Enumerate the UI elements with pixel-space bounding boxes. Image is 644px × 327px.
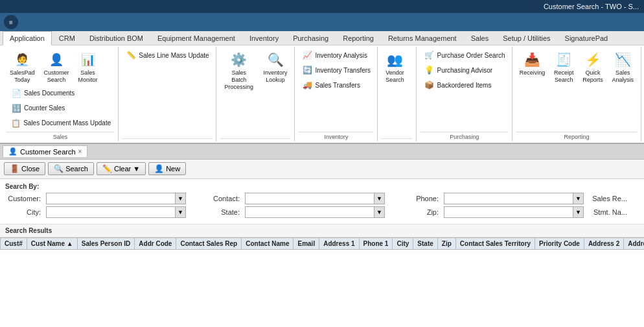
- customer-search-button[interactable]: 👤 CustomerSearch: [41, 48, 73, 86]
- ribbon-tab-purchasing[interactable]: Purchasing: [286, 31, 336, 45]
- sales-monitor-icon: 📊: [79, 51, 97, 69]
- column-header-zip[interactable]: Zip: [437, 237, 455, 249]
- receiving-button[interactable]: 📥 Receiving: [516, 48, 548, 79]
- ribbon-tab-inventory[interactable]: Inventory: [242, 31, 286, 45]
- customer-search-tab[interactable]: 👤 Customer Search ×: [3, 145, 87, 157]
- quick-reports-button[interactable]: ⚡ QuickReports: [579, 48, 606, 86]
- sales-transfers-button[interactable]: 🚚 Sales Transfers: [299, 78, 374, 92]
- vendor-search-icon: 👥: [385, 51, 404, 69]
- city-input-btn[interactable]: ▼: [176, 206, 186, 218]
- column-header-phone-1[interactable]: Phone 1: [359, 237, 393, 249]
- sales-doc-mass-update-button[interactable]: 📋 Sales Document Mass Update: [8, 116, 114, 130]
- column-header-contact-sales-rep[interactable]: Contact Sales Rep: [176, 237, 242, 249]
- ribbon-tab-distribution-bom[interactable]: Distribution BOM: [82, 31, 150, 45]
- contact-label: Contact:: [204, 195, 240, 202]
- column-header-email[interactable]: Email: [293, 237, 319, 249]
- state-input-wrap: ▼: [245, 206, 385, 218]
- customer-input-wrap: ▼: [46, 193, 186, 204]
- zip-input-btn[interactable]: ▼: [573, 206, 584, 218]
- tab-close-button[interactable]: ×: [78, 148, 82, 155]
- ribbon-group-purchasing-large: 📥 Receiving 🧾 ReceiptSearch ⚡ QuickRepor…: [512, 47, 641, 141]
- search-button[interactable]: 🔍 Search: [48, 162, 94, 175]
- column-header-cust-name[interactable]: Cust Name ▲: [27, 237, 77, 249]
- clear-button[interactable]: ✏️ Clear ▼: [97, 162, 146, 175]
- ribbon-tab-equipment-management[interactable]: Equipment Management: [150, 31, 242, 45]
- zip-input-wrap: ▼: [444, 206, 584, 218]
- ribbon-group-sales-large: 🧑‍💼 SalesPadToday 👤 CustomerSearch 📊 Sal…: [3, 47, 119, 141]
- sales-monitor-button[interactable]: 📊 SalesMonitor: [75, 48, 101, 86]
- clear-label: Clear: [114, 165, 131, 173]
- results-table: Cust#Cust Name ▲Sales Person IDAddr Code…: [0, 237, 644, 250]
- contact-input-wrap: ▼: [245, 193, 385, 204]
- tab-label: Customer Search: [20, 148, 76, 156]
- column-header-contact-name[interactable]: Contact Name: [242, 237, 293, 249]
- sales-re-label: Sales Re...: [592, 195, 627, 202]
- purchasing-advisor-button[interactable]: 💡 Purchasing Advisor: [420, 63, 508, 77]
- purchase-order-search-button[interactable]: 🛒 Purchase Order Search: [420, 48, 508, 62]
- ribbon-toolbar: 🧑‍💼 SalesPadToday 👤 CustomerSearch 📊 Sal…: [0, 45, 644, 144]
- results-section: Search Results Cust#Cust Name ▲Sales Per…: [0, 224, 644, 327]
- column-header-sales-person-id[interactable]: Sales Person ID: [77, 237, 135, 249]
- inventory-lookup-button[interactable]: 🔍 InventoryLookup: [260, 48, 291, 86]
- ribbon-tab-sales[interactable]: Sales: [464, 31, 496, 45]
- ribbon-group-vendor: 👥 VendorSearch: [378, 47, 417, 141]
- ribbon-tab-returns-management[interactable]: Returns Management: [381, 31, 464, 45]
- phone-input-wrap: ▼: [444, 193, 584, 204]
- column-header-city[interactable]: City: [393, 237, 413, 249]
- inventory-transfers-icon: 🔄: [302, 65, 312, 75]
- ribbon-tab-signaturepad[interactable]: SignaturePad: [558, 31, 615, 45]
- state-input-btn[interactable]: ▼: [374, 206, 385, 218]
- column-header-address-1[interactable]: Address 1: [319, 237, 359, 249]
- search-row-2: City: ▼ State: ▼ Zip: ▼ Stmt. Na...: [5, 206, 639, 218]
- clear-dropdown-arrow[interactable]: ▼: [133, 165, 140, 173]
- ribbon-group-inventory: 📈 Inventory Analysis 🔄 Inventory Transfe…: [295, 47, 378, 141]
- phone-input-btn[interactable]: ▼: [573, 193, 584, 204]
- search-row-1: Customer: ▼ Contact: ▼ Phone: ▼ Sales Re…: [5, 193, 639, 204]
- ribbon-tab-crm[interactable]: CRM: [52, 31, 82, 45]
- contact-input-btn[interactable]: ▼: [374, 193, 385, 204]
- column-header-state[interactable]: State: [413, 237, 437, 249]
- action-toolbar: 🚪 Close 🔍 Search ✏️ Clear ▼ 👤 New: [0, 160, 644, 179]
- customer-input[interactable]: [46, 193, 176, 204]
- sales-line-mass-update-button[interactable]: 📏 Sales Line Mass Update: [122, 48, 212, 62]
- results-area[interactable]: Cust#Cust Name ▲Sales Person IDAddr Code…: [0, 237, 644, 327]
- zip-input[interactable]: [444, 206, 573, 218]
- ribbon-group-sales-line: 📏 Sales Line Mass Update: [119, 47, 216, 141]
- clear-icon: ✏️: [102, 164, 112, 173]
- city-input[interactable]: [46, 206, 176, 218]
- backordered-items-button[interactable]: 📦 Backordered Items: [420, 78, 508, 92]
- close-button[interactable]: 🚪 Close: [4, 162, 45, 175]
- column-header-addr-code[interactable]: Addr Code: [135, 237, 176, 249]
- contact-input[interactable]: [245, 193, 374, 204]
- ribbon-tab-application[interactable]: Application: [3, 31, 52, 45]
- customer-search-icon: 👤: [47, 51, 65, 69]
- phone-input[interactable]: [444, 193, 573, 204]
- customer-input-btn[interactable]: ▼: [176, 193, 186, 204]
- counter-sales-button[interactable]: 🔢 Counter Sales: [8, 101, 114, 115]
- sales-documents-button[interactable]: 📄 Sales Documents: [8, 86, 114, 101]
- search-by-title: Search By:: [5, 183, 639, 190]
- ribbon-tab-reporting[interactable]: Reporting: [336, 31, 381, 45]
- vendor-search-button[interactable]: 👥 VendorSearch: [382, 48, 408, 86]
- doc-tab-bar: 👤 Customer Search ×: [0, 144, 644, 160]
- sales-batch-processing-button[interactable]: ⚙️ Sales BatchProcessing: [220, 48, 258, 93]
- state-input[interactable]: [245, 206, 374, 218]
- column-header-contact-sales-territory[interactable]: Contact Sales Territory: [455, 237, 535, 249]
- receipt-search-button[interactable]: 🧾 ReceiptSearch: [551, 48, 577, 86]
- column-header-address-2[interactable]: Address 2: [584, 237, 623, 249]
- state-label: State:: [204, 208, 240, 216]
- sales-documents-icon: 📄: [11, 88, 21, 99]
- sales-line-mass-update-icon: 📏: [126, 50, 136, 60]
- column-header-priority-code[interactable]: Priority Code: [535, 237, 584, 249]
- new-button[interactable]: 👤 New: [148, 162, 186, 175]
- column-header-cust[interactable]: Cust#: [1, 237, 27, 249]
- salespad-today-button[interactable]: 🧑‍💼 SalesPadToday: [6, 48, 38, 86]
- app-header: ≡: [0, 13, 644, 31]
- ribbon-tabs-bar: ApplicationCRMDistribution BOMEquipment …: [0, 31, 644, 45]
- column-header-address[interactable]: Address...: [624, 237, 644, 249]
- inventory-analysis-button[interactable]: 📈 Inventory Analysis: [299, 48, 374, 62]
- inventory-transfers-button[interactable]: 🔄 Inventory Transfers: [299, 63, 374, 77]
- ribbon-tab-setup--utilities[interactable]: Setup / Utilities: [496, 31, 557, 45]
- sales-analysis-button[interactable]: 📉 SalesAnalysis: [609, 48, 637, 86]
- purchasing-advisor-icon: 💡: [424, 65, 434, 75]
